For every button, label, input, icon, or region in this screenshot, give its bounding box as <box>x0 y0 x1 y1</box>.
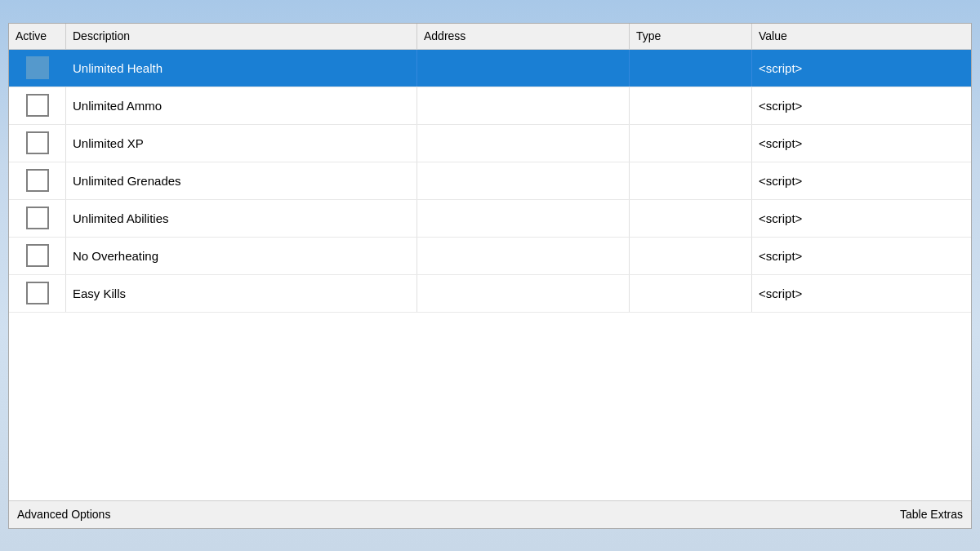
row-active-cell <box>9 275 66 312</box>
row-description: Unlimited Ammo <box>66 87 417 124</box>
row-active-cell <box>9 87 66 124</box>
header-description: Description <box>66 24 417 49</box>
table-row[interactable]: Easy Kills<script> <box>9 275 971 313</box>
row-type <box>630 162 752 199</box>
row-active-cell <box>9 50 66 87</box>
row-active-cell <box>9 200 66 237</box>
active-checkbox[interactable] <box>26 207 49 229</box>
row-value: <script> <box>752 238 971 274</box>
table-row[interactable]: Unlimited Grenades<script> <box>9 162 971 200</box>
main-window: Active Description Address Type Value Un… <box>8 23 972 529</box>
header-value: Value <box>752 24 971 49</box>
table-header: Active Description Address Type Value <box>9 24 971 50</box>
table-row[interactable]: Unlimited Ammo<script> <box>9 87 971 125</box>
table-extras-label[interactable]: Table Extras <box>900 508 963 521</box>
row-address <box>417 162 630 199</box>
header-type: Type <box>630 24 752 49</box>
row-address <box>417 238 630 274</box>
row-type <box>630 125 752 162</box>
row-address <box>417 125 630 162</box>
advanced-options-label[interactable]: Advanced Options <box>17 508 110 521</box>
row-type <box>630 275 752 312</box>
row-description: No Overheating <box>66 238 417 274</box>
row-type <box>630 200 752 237</box>
row-type <box>630 50 752 87</box>
row-address <box>417 87 630 124</box>
table-body[interactable]: Unlimited Health<script>Unlimited Ammo<s… <box>9 50 971 500</box>
active-checkbox[interactable] <box>26 131 49 154</box>
row-value: <script> <box>752 275 971 312</box>
row-type <box>630 238 752 274</box>
row-value: <script> <box>752 200 971 237</box>
row-value: <script> <box>752 125 971 162</box>
active-checkbox[interactable] <box>26 244 49 267</box>
row-address <box>417 200 630 237</box>
cheat-table: Active Description Address Type Value Un… <box>9 24 971 500</box>
row-value: <script> <box>752 162 971 199</box>
row-description: Unlimited Abilities <box>66 200 417 237</box>
table-row[interactable]: No Overheating<script> <box>9 238 971 275</box>
active-checkbox[interactable] <box>26 169 49 192</box>
row-active-cell <box>9 162 66 199</box>
row-active-cell <box>9 125 66 162</box>
row-description: Easy Kills <box>66 275 417 312</box>
header-address: Address <box>417 24 630 49</box>
row-description: Unlimited XP <box>66 125 417 162</box>
active-checkbox[interactable] <box>26 94 49 117</box>
row-value: <script> <box>752 87 971 124</box>
row-description: Unlimited Grenades <box>66 162 417 199</box>
active-checkbox[interactable] <box>26 282 49 304</box>
row-description: Unlimited Health <box>66 50 417 87</box>
table-row[interactable]: Unlimited XP<script> <box>9 125 971 162</box>
row-active-cell <box>9 238 66 274</box>
table-row[interactable]: Unlimited Abilities<script> <box>9 200 971 238</box>
row-address <box>417 275 630 312</box>
active-checkbox[interactable] <box>26 56 49 79</box>
row-type <box>630 87 752 124</box>
row-value: <script> <box>752 50 971 87</box>
table-row[interactable]: Unlimited Health<script> <box>9 50 971 87</box>
row-address <box>417 50 630 87</box>
footer-bar: Advanced Options Table Extras <box>9 500 971 528</box>
header-active: Active <box>9 24 66 49</box>
